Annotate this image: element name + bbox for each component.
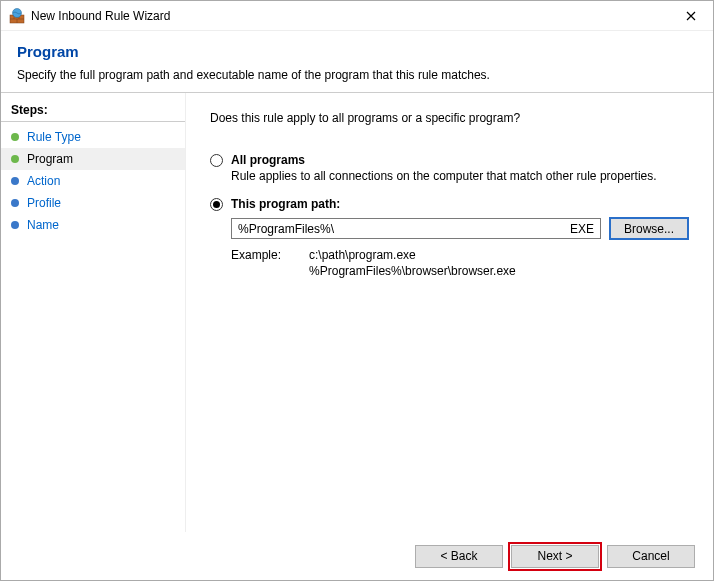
step-action[interactable]: Action: [1, 170, 185, 192]
content-pane: Does this rule apply to all programs or …: [186, 93, 713, 532]
option-all-programs: All programs Rule applies to all connect…: [210, 153, 689, 183]
step-label: Rule Type: [27, 130, 81, 144]
wizard-window: New Inbound Rule Wizard Program Specify …: [0, 0, 714, 581]
next-button[interactable]: Next >: [511, 545, 599, 568]
back-button[interactable]: < Back: [415, 545, 503, 568]
option-path-label: This program path:: [231, 197, 340, 211]
example-label: Example:: [231, 248, 281, 279]
step-program[interactable]: Program: [1, 148, 185, 170]
bullet-icon: [11, 199, 19, 207]
bullet-icon: [11, 221, 19, 229]
browse-button[interactable]: Browse...: [609, 217, 689, 240]
step-name[interactable]: Name: [1, 214, 185, 236]
example-path-2: %ProgramFiles%\browser\browser.exe: [309, 264, 516, 280]
step-rule-type[interactable]: Rule Type: [1, 126, 185, 148]
titlebar: New Inbound Rule Wizard: [1, 1, 713, 31]
radio-all-programs[interactable]: [210, 154, 223, 167]
page-title: Program: [17, 43, 697, 60]
radio-program-path[interactable]: [210, 198, 223, 211]
step-label: Action: [27, 174, 60, 188]
bullet-icon: [11, 155, 19, 163]
step-label: Name: [27, 218, 59, 232]
page-subtitle: Specify the full program path and execut…: [17, 68, 697, 82]
option-all-label: All programs: [231, 153, 305, 167]
wizard-header: Program Specify the full program path an…: [1, 31, 713, 92]
step-label: Profile: [27, 196, 61, 210]
option-program-path: This program path: %ProgramFiles%\ EXE B…: [210, 197, 689, 279]
close-button[interactable]: [668, 1, 713, 31]
steps-sidebar: Steps: Rule Type Program Action Profile …: [1, 93, 186, 532]
question-text: Does this rule apply to all programs or …: [210, 111, 689, 125]
example-block: Example: c:\path\program.exe %ProgramFil…: [231, 248, 689, 279]
wizard-body: Steps: Rule Type Program Action Profile …: [1, 92, 713, 532]
cancel-button[interactable]: Cancel: [607, 545, 695, 568]
option-all-desc: Rule applies to all connections on the c…: [231, 169, 689, 183]
example-path-1: c:\path\program.exe: [309, 248, 516, 264]
firewall-icon: [9, 8, 25, 24]
path-value: %ProgramFiles%\: [238, 222, 334, 236]
step-profile[interactable]: Profile: [1, 192, 185, 214]
steps-label: Steps:: [1, 101, 185, 122]
path-ext: EXE: [570, 222, 594, 236]
program-path-input[interactable]: %ProgramFiles%\ EXE: [231, 218, 601, 239]
window-title: New Inbound Rule Wizard: [31, 9, 668, 23]
bullet-icon: [11, 133, 19, 141]
step-label: Program: [27, 152, 73, 166]
bullet-icon: [11, 177, 19, 185]
wizard-footer: < Back Next > Cancel: [1, 532, 713, 580]
